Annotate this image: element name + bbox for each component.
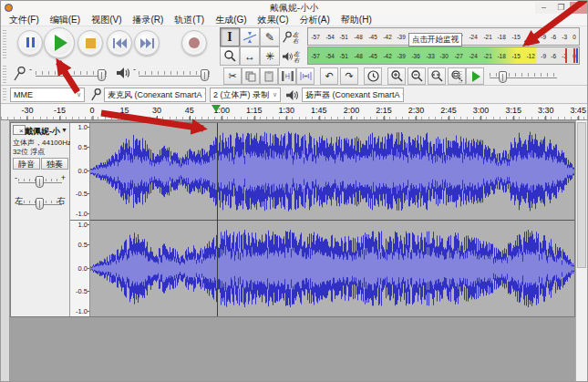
minimize-button[interactable]: – <box>535 2 552 14</box>
recording-volume-slider[interactable] <box>36 68 107 81</box>
redo-button[interactable]: ↷ <box>340 67 358 85</box>
tools-toolbar: I ✎ ↔ ✳ <box>220 27 282 67</box>
zoom-in-icon <box>391 70 403 82</box>
recording-volume-thumb[interactable] <box>98 69 106 81</box>
meter-tick-label: -3 <box>562 34 567 39</box>
mute-button[interactable]: 静音 <box>13 158 40 170</box>
gain-slider[interactable]: - + <box>13 173 67 188</box>
menu-item[interactable]: 效果(C) <box>253 14 294 26</box>
playback-volume-slider[interactable] <box>139 68 210 81</box>
playback-device-select[interactable]: 扬声器 (Conexant SmartA∨ <box>302 88 404 102</box>
waveform-channel-right[interactable] <box>90 221 574 316</box>
vertical-scrollbar[interactable] <box>575 120 587 382</box>
recording-channels-select[interactable]: 2 (立体声) 录制∨ <box>210 88 281 102</box>
scrollbar-thumb[interactable] <box>577 122 586 268</box>
window-title: 戴佩妮-小小 <box>1 2 587 15</box>
sync-lock-button[interactable] <box>364 67 382 85</box>
audio-host-value: MME <box>14 90 33 99</box>
playback-meter[interactable]: -57-54-51-48-45-42-39-36-33-30-27-24-21-… <box>307 46 580 65</box>
waveform-channel-left[interactable] <box>90 123 574 220</box>
meter-tick-label: -6 <box>552 34 557 39</box>
timeline-ruler[interactable]: -30-1501530451:001:151:301:452:002:152:3… <box>1 104 587 120</box>
toolbar-grip[interactable] <box>3 88 6 100</box>
silence-button[interactable] <box>296 67 315 85</box>
meter-tick-label: -36 <box>411 53 419 58</box>
stop-button[interactable] <box>77 30 103 56</box>
timeshift-tool-button[interactable]: ↔ <box>240 46 260 66</box>
meter-tick-label: -39 <box>397 34 406 39</box>
meter-tick-label: -12 <box>526 53 534 58</box>
record-button[interactable] <box>181 30 207 56</box>
track-menu-dropdown[interactable]: ▼ <box>61 127 67 133</box>
skip-end-button[interactable] <box>134 30 160 56</box>
toolbar-grip[interactable] <box>3 64 6 83</box>
record-meter[interactable]: -57-54-51-48-45-42-39-36-33-30-27-24-21-… <box>307 27 580 46</box>
recording-device-select[interactable]: 麦克风 (Conexant SmartA∨ <box>104 88 206 102</box>
meter-toolbar: 左右 -57-54-51-48-45-42-39-36-33-30-27-24-… <box>283 27 580 67</box>
menu-item[interactable]: 编辑(E) <box>45 14 86 26</box>
pan-thumb[interactable] <box>36 198 44 210</box>
play-speed-slider[interactable] <box>490 70 557 83</box>
cut-button[interactable]: ✂ <box>223 67 242 85</box>
meter-tick-label: -42 <box>383 53 391 58</box>
pan-slider[interactable]: 左 右 <box>13 195 67 210</box>
track-name[interactable]: 戴佩妮-小 <box>25 126 60 138</box>
undo-button[interactable]: ↶ <box>320 67 338 85</box>
pause-button[interactable] <box>17 30 43 56</box>
title-bar: 戴佩妮-小小 – ❐ × <box>1 1 587 15</box>
play-speed-thumb[interactable] <box>499 71 507 83</box>
menu-item[interactable]: 播录(R) <box>127 14 169 26</box>
menu-item[interactable]: 视图(V) <box>86 14 127 26</box>
toolbar-grip[interactable] <box>3 29 6 58</box>
maximize-button[interactable]: ❐ <box>552 2 570 14</box>
gain-thumb[interactable] <box>36 176 44 188</box>
zoom-out-button[interactable] <box>407 67 426 85</box>
draw-tool-button[interactable]: ✎ <box>260 27 280 46</box>
trim-button[interactable] <box>278 67 296 85</box>
play-at-speed-button[interactable] <box>466 67 484 85</box>
copy-button[interactable] <box>242 67 260 85</box>
play-button[interactable] <box>44 27 75 58</box>
playback-volume-thumb[interactable] <box>201 69 209 81</box>
zoom-in-button[interactable] <box>387 67 406 85</box>
zero-line <box>576 48 578 63</box>
waveform-area[interactable] <box>90 123 574 316</box>
zoom-tool-button[interactable] <box>220 46 240 66</box>
menu-item[interactable]: 帮助(H) <box>335 14 377 26</box>
microphone-icon <box>14 67 26 81</box>
toolbar-grip[interactable] <box>459 70 462 83</box>
meter-tick-label: -27 <box>455 53 463 58</box>
transport-toolbar <box>1 26 218 61</box>
menu-item[interactable]: 生成(G) <box>210 14 252 26</box>
transcription-toolbar <box>462 67 564 86</box>
meter-tick-label: -57 <box>311 53 319 58</box>
asterisk-icon: ✳ <box>265 50 274 63</box>
ibeam-icon: I <box>227 30 232 45</box>
skip-start-button[interactable] <box>107 30 132 56</box>
close-button[interactable]: × <box>570 2 587 14</box>
timeline-label: 1:30 <box>279 106 295 115</box>
menu-item[interactable]: 文件(F) <box>4 14 45 26</box>
envelope-tool-button[interactable] <box>240 27 260 46</box>
record-right-label: 右 <box>293 37 299 44</box>
gain-min-label: - <box>15 173 17 182</box>
meter-tick-label: -21 <box>483 53 491 58</box>
fit-selection-button[interactable] <box>428 67 446 85</box>
multi-tool-button[interactable]: ✳ <box>260 46 280 66</box>
selection-tool-button[interactable]: I <box>220 27 240 46</box>
menu-item[interactable]: 轨道(T) <box>169 14 210 26</box>
audacity-window: 戴佩妮-小小 – ❐ × 文件(F)编辑(E)视图(V)播录(R)轨道(T)生成… <box>0 0 588 382</box>
peak-hold-line <box>565 48 567 63</box>
play-position-marker[interactable] <box>211 105 221 112</box>
monitor-tooltip[interactable]: 点击开始监视 <box>408 33 462 46</box>
menu-item[interactable]: 分析(A) <box>294 14 335 26</box>
audio-host-select[interactable]: MME∨ <box>10 88 85 102</box>
timeline-label: 15 <box>120 106 129 115</box>
meter-tick-label: -48 <box>355 53 363 58</box>
solo-button[interactable]: 独奏 <box>41 158 68 170</box>
timeline-label: 3:15 <box>505 106 521 115</box>
track-close-button[interactable]: × <box>13 125 26 135</box>
paste-button[interactable] <box>260 67 278 85</box>
trim-icon <box>282 71 294 81</box>
meter-tick-label: -45 <box>368 53 377 58</box>
